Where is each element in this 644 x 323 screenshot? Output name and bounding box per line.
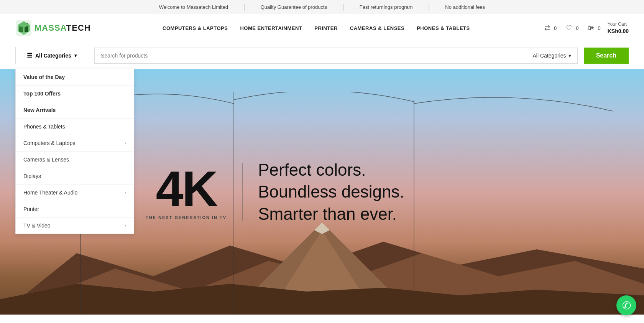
nav-home-entertainment[interactable]: HOME ENTERTAINMENT — [240, 25, 302, 31]
cart-amount: KSh0.00 — [608, 28, 629, 34]
all-categories-label: All Categories — [35, 53, 71, 59]
wishlist-button[interactable]: ♡ 0 — [564, 23, 578, 33]
wishlist-count: 0 — [576, 25, 578, 31]
search-row: ☰ All Categories ▾ All Categories ▾ Sear… — [0, 42, 644, 69]
topbar-item-welcome: Welcome to Massatech Limited — [159, 4, 228, 10]
cart-area[interactable]: Your Cart KSh0.00 — [608, 21, 629, 35]
hero-left-panel: 4K THE NEXT GENERATION IN TV — [146, 164, 227, 220]
categories-dropdown: Value of the DayTop 100 OffersNew Arriva… — [15, 69, 134, 234]
search-input[interactable] — [95, 48, 526, 63]
top-bar-sep-3: | — [428, 3, 430, 11]
dropdown-item[interactable]: Home Theater & Audio› — [16, 185, 134, 201]
hero-tagline-line3: Smarter than ever. — [258, 203, 404, 225]
dropdown-item-label: Home Theater & Audio — [23, 190, 77, 196]
cart-button[interactable]: 🛍 0 — [586, 23, 601, 33]
dropdown-item[interactable]: Computers & Laptops› — [16, 135, 134, 152]
dropdown-item[interactable]: Value of the Day — [16, 69, 134, 86]
logo[interactable]: MASSATECH — [15, 20, 91, 36]
nav-printer[interactable]: PRINTER — [314, 25, 338, 31]
dropdown-item-label: Computers & Laptops — [23, 140, 75, 146]
cart-count: 0 — [598, 25, 601, 31]
dropdown-item-label: Phones & Tablets — [23, 124, 65, 130]
chevron-right-icon: › — [125, 140, 126, 146]
dropdown-item-label: Cameras & Lenses — [23, 157, 69, 163]
logo-icon — [15, 20, 32, 36]
search-category-label: All Categories — [532, 53, 566, 59]
compare-count: 0 — [554, 25, 557, 31]
compare-button[interactable]: ⇄ 0 — [542, 23, 557, 33]
cart-icon: 🛍 — [586, 23, 596, 33]
hero-tagline: Perfect colors. Boundless designs. Smart… — [258, 159, 404, 225]
top-bar: Welcome to Massatech Limited | Quality G… — [0, 0, 644, 14]
dropdown-item-label: Diplays — [23, 173, 41, 179]
compare-icon: ⇄ — [542, 23, 552, 33]
dropdown-item[interactable]: Printer — [16, 201, 134, 218]
header: MASSATECH COMPUTERS & LAPTOPS HOME ENTER… — [0, 14, 644, 42]
top-bar-sep-1: | — [243, 3, 245, 11]
nav-computers[interactable]: COMPUTERS & LAPTOPS — [163, 25, 228, 31]
hero-divider — [242, 163, 243, 221]
search-bar: All Categories ▾ — [94, 48, 578, 64]
dropdown-item[interactable]: Phones & Tablets — [16, 119, 134, 135]
dropdown-item-label: Printer — [23, 206, 39, 212]
main-nav: COMPUTERS & LAPTOPS HOME ENTERTAINMENT P… — [106, 25, 526, 31]
logo-text: MASSATECH — [34, 23, 91, 33]
hero-4k-text: 4K — [156, 164, 216, 214]
dropdown-item-label: Top 100 Offers — [23, 91, 61, 97]
dropdown-item[interactable]: TV & Video› — [16, 218, 134, 234]
dropdown-item-label: New Arrivals — [23, 107, 56, 113]
hero-tagline-line2: Boundless designs. — [258, 181, 404, 203]
dropdown-item[interactable]: Cameras & Lenses — [16, 152, 134, 168]
hamburger-icon: ☰ — [27, 52, 32, 59]
chevron-right-icon: › — [125, 190, 126, 195]
hero-tagline-line1: Perfect colors. — [258, 159, 404, 181]
whatsapp-button[interactable]: ✆ — [616, 295, 636, 315]
chevron-down-icon: ▾ — [74, 53, 77, 58]
whatsapp-icon: ✆ — [622, 299, 631, 312]
category-chevron-icon: ▾ — [568, 53, 571, 59]
cart-label: Your Cart — [608, 21, 629, 28]
nav-phones[interactable]: PHONES & TABLETS — [417, 25, 470, 31]
topbar-item-fees: No additional fees — [445, 4, 485, 10]
dropdown-item-label: TV & Video — [23, 222, 51, 229]
chevron-right-icon: › — [125, 223, 126, 228]
search-category-select[interactable]: All Categories ▾ — [526, 48, 577, 63]
dropdown-item[interactable]: New Arrivals — [16, 102, 134, 119]
topbar-item-returns: Fast returnings program — [360, 4, 413, 10]
top-bar-sep-2: | — [342, 3, 344, 11]
topbar-item-quality: Quality Guarantee of products — [261, 4, 327, 10]
header-actions: ⇄ 0 ♡ 0 🛍 0 Your Cart KSh0.00 — [542, 21, 629, 35]
all-categories-button[interactable]: ☰ All Categories ▾ — [15, 47, 88, 64]
svg-rect-2 — [19, 26, 23, 32]
nav-cameras[interactable]: CAMERAS & LENSES — [350, 25, 404, 31]
cart-text: Your Cart KSh0.00 — [608, 21, 629, 35]
hero-subtitle: THE NEXT GENERATION IN TV — [146, 215, 227, 220]
dropdown-item[interactable]: Top 100 Offers — [16, 86, 134, 102]
dropdown-item[interactable]: Diplays — [16, 168, 134, 185]
dropdown-item-label: Value of the Day — [23, 74, 65, 80]
search-button[interactable]: Search — [584, 48, 629, 64]
heart-icon: ♡ — [564, 23, 574, 33]
